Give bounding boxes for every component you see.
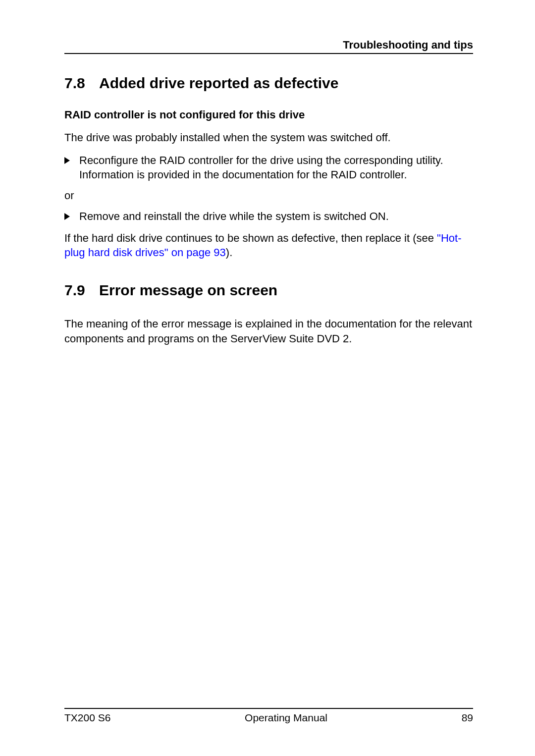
bullet-text: Reconfigure the RAID controller for the …: [79, 153, 473, 182]
page-footer: TX200 S6 Operating Manual 89: [64, 708, 473, 724]
subheading-raid: RAID controller is not configured for th…: [64, 108, 473, 121]
section-79-body: The meaning of the error message is expl…: [64, 317, 473, 346]
section-heading-7-8: 7.8 Added drive reported as defective: [64, 75, 473, 92]
footer-left: TX200 S6: [64, 712, 110, 724]
bullet-item: Remove and reinstall the drive while the…: [64, 209, 473, 224]
intro-text: The drive was probably installed when th…: [64, 130, 473, 145]
section-heading-7-9: 7.9 Error message on screen: [64, 282, 473, 299]
footer-page-number: 89: [462, 712, 473, 724]
page-header: Troubleshooting and tips: [64, 39, 473, 54]
section-number: 7.8: [64, 75, 99, 92]
bullet-arrow-icon: [64, 209, 79, 224]
or-separator: or: [64, 189, 473, 202]
closing-paragraph: If the hard disk drive continues to be s…: [64, 231, 473, 260]
footer-center: Operating Manual: [245, 712, 327, 724]
bullet-arrow-icon: [64, 153, 79, 182]
section-title: Added drive reported as defective: [99, 75, 339, 92]
section-number: 7.9: [64, 282, 99, 299]
closing-prefix: If the hard disk drive continues to be s…: [64, 232, 437, 244]
page-content: 7.8 Added drive reported as defective RA…: [64, 75, 473, 708]
bullet-text: Remove and reinstall the drive while the…: [79, 209, 389, 224]
bullet-item: Reconfigure the RAID controller for the …: [64, 153, 473, 182]
section-title: Error message on screen: [99, 282, 277, 299]
header-title: Troubleshooting and tips: [343, 39, 473, 52]
closing-suffix: ).: [226, 246, 232, 259]
